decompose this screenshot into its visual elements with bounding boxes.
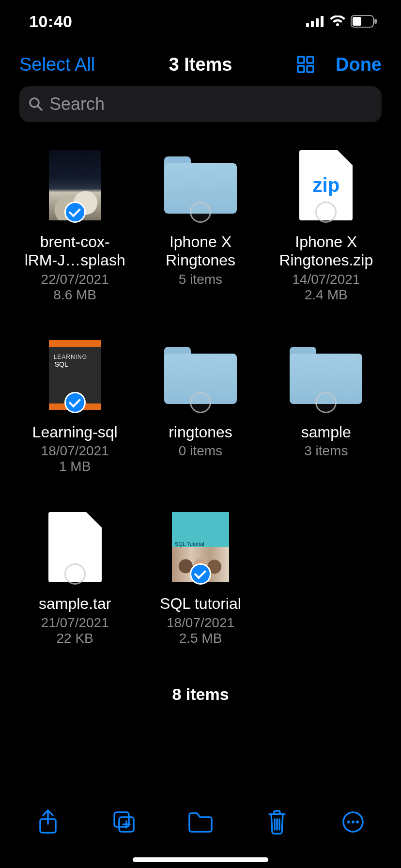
status-indicators: [306, 15, 378, 28]
selection-checkmark-icon[interactable]: [190, 563, 211, 585]
file-thumbnail: [36, 508, 114, 586]
svg-rect-0: [306, 23, 309, 27]
home-indicator[interactable]: [133, 857, 268, 862]
file-item[interactable]: brent-cox-lRM-J…splash 22/07/2021 8.6 MB: [15, 146, 135, 303]
svg-rect-10: [307, 66, 313, 72]
svg-rect-7: [298, 57, 304, 63]
file-thumbnail: [36, 146, 114, 224]
file-item[interactable]: SQL Tutorial SQL tutorial 18/07/2021 2.5…: [140, 508, 261, 646]
selection-checkmark-icon[interactable]: [64, 202, 86, 223]
file-name: brent-cox-lRM-J…splash: [25, 232, 125, 270]
zip-label: zip: [313, 174, 340, 196]
file-date: 18/07/2021: [167, 615, 234, 631]
file-name: sample: [301, 423, 351, 441]
done-button[interactable]: Done: [336, 54, 382, 75]
file-thumbnail: LEARNING SQL: [36, 337, 114, 414]
svg-rect-8: [307, 57, 313, 63]
svg-rect-6: [374, 19, 377, 24]
duplicate-button[interactable]: [110, 808, 138, 836]
svg-rect-9: [298, 66, 304, 72]
svg-rect-3: [321, 16, 324, 27]
svg-point-17: [347, 821, 350, 823]
search-container: [0, 86, 401, 122]
search-icon: [28, 96, 44, 112]
status-time: 10:40: [29, 12, 72, 31]
file-date: 22/07/2021: [41, 272, 109, 287]
bottom-toolbar: [0, 800, 401, 853]
file-meta: 3 items: [304, 443, 348, 459]
file-name: Iphone XRingtones: [166, 232, 235, 270]
item-count-summary: 8 items: [0, 685, 401, 704]
file-size: 8.6 MB: [53, 287, 96, 303]
wifi-icon: [329, 16, 346, 27]
file-item[interactable]: zip Iphone XRingtones.zip 14/07/2021 2.4…: [266, 146, 386, 303]
delete-button[interactable]: [263, 808, 291, 836]
file-item[interactable]: sample 3 items: [266, 337, 386, 474]
battery-icon: [351, 15, 378, 28]
file-date: 21/07/2021: [41, 615, 109, 631]
share-button[interactable]: [34, 808, 62, 836]
file-size: 2.5 MB: [179, 631, 222, 646]
file-meta: 5 items: [179, 272, 222, 287]
file-grid: brent-cox-lRM-J…splash 22/07/2021 8.6 MB…: [0, 122, 401, 646]
svg-rect-5: [353, 17, 361, 26]
svg-point-18: [352, 821, 355, 823]
file-date: 18/07/2021: [41, 443, 109, 459]
selection-checkmark-icon[interactable]: [64, 392, 86, 413]
file-size: 2.4 MB: [305, 287, 348, 303]
status-bar: 10:40: [0, 0, 401, 43]
svg-line-12: [38, 106, 42, 110]
selection-circle-icon[interactable]: [190, 392, 211, 413]
cellular-icon: [306, 16, 324, 27]
move-button[interactable]: [187, 808, 214, 836]
file-size: 22 KB: [57, 631, 93, 646]
nav-bar: Select All 3 Items Done: [0, 43, 401, 86]
svg-rect-1: [311, 21, 314, 27]
file-item[interactable]: sample.tar 21/07/2021 22 KB: [15, 508, 135, 646]
file-item[interactable]: ringtones 0 items: [140, 337, 261, 474]
search-field[interactable]: [19, 86, 382, 122]
select-all-button[interactable]: Select All: [19, 54, 95, 75]
selection-circle-icon[interactable]: [315, 202, 337, 223]
file-name: sample.tar: [39, 594, 111, 613]
file-name: Learning-sql: [32, 423, 118, 441]
file-item[interactable]: Iphone XRingtones 5 items: [140, 146, 261, 303]
file-thumbnail: zip: [287, 146, 365, 224]
selection-circle-icon[interactable]: [190, 202, 211, 223]
file-thumbnail: [162, 146, 239, 224]
svg-rect-2: [316, 18, 319, 27]
svg-point-19: [356, 821, 359, 823]
file-thumbnail: [162, 337, 239, 414]
file-thumbnail: SQL Tutorial: [162, 508, 239, 586]
search-input[interactable]: [49, 94, 373, 114]
file-name: ringtones: [169, 423, 232, 441]
file-size: 1 MB: [59, 459, 91, 474]
file-date: 14/07/2021: [292, 272, 360, 287]
file-item[interactable]: LEARNING SQL Learning-sql 18/07/2021 1 M…: [15, 337, 135, 474]
selection-circle-icon[interactable]: [64, 563, 86, 585]
file-name: Iphone XRingtones.zip: [279, 232, 373, 270]
file-name: SQL tutorial: [160, 594, 241, 613]
more-button[interactable]: [339, 808, 367, 836]
page-title: 3 Items: [169, 54, 232, 75]
file-meta: 0 items: [179, 443, 222, 459]
view-grid-icon[interactable]: [295, 54, 316, 75]
file-thumbnail: [287, 337, 365, 414]
selection-circle-icon[interactable]: [315, 392, 337, 413]
